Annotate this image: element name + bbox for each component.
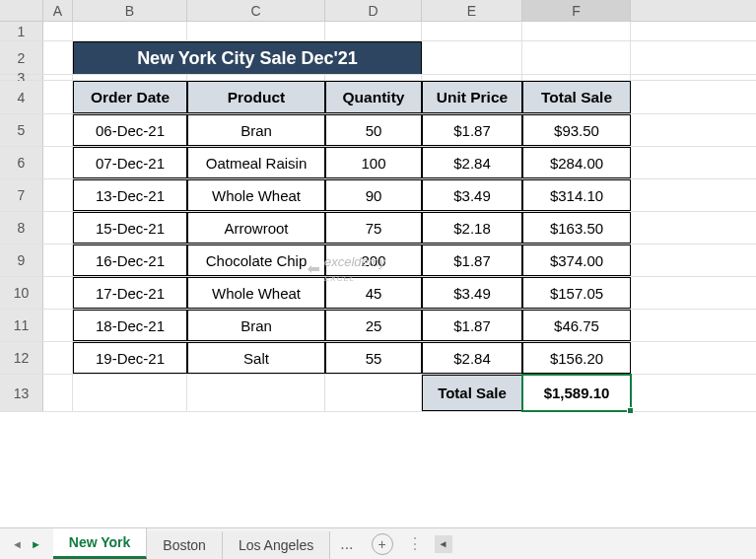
- cell-price[interactable]: $1.87: [422, 114, 522, 146]
- row-header-3[interactable]: 3: [0, 75, 43, 80]
- table-row: 506-Dec-21Bran50$1.87$93.50: [0, 114, 756, 147]
- row-header-1[interactable]: 1: [0, 22, 43, 40]
- table-row: 1219-Dec-21Salt55$2.84$156.20: [0, 342, 756, 375]
- cell-date[interactable]: 13-Dec-21: [73, 179, 187, 211]
- cell-product[interactable]: Bran: [187, 114, 325, 146]
- cell-total[interactable]: $93.50: [522, 114, 631, 146]
- row-header-13[interactable]: 13: [0, 375, 43, 411]
- cell-product[interactable]: Chocolate Chip: [187, 245, 325, 276]
- col-header-A[interactable]: A: [43, 0, 73, 21]
- horizontal-scroll[interactable]: ◄: [429, 535, 756, 553]
- cell-date[interactable]: 17-Dec-21: [73, 277, 187, 309]
- row-header[interactable]: 7: [0, 179, 43, 211]
- table-row: 607-Dec-21Oatmeal Raisin100$2.84$284.00: [0, 147, 756, 179]
- row-1: 1: [0, 22, 756, 41]
- tab-nav: ◄ ►: [0, 538, 53, 550]
- col-header-F[interactable]: F: [522, 0, 631, 21]
- total-label-cell[interactable]: Total Sale: [422, 375, 522, 411]
- tab-new-york[interactable]: New York: [53, 528, 148, 559]
- cell-total[interactable]: $156.20: [522, 342, 631, 374]
- spreadsheet-grid[interactable]: A B C D E F 1 2 New York City Sale Dec'2…: [0, 0, 756, 412]
- cell-qty[interactable]: 100: [325, 147, 422, 178]
- sheet-tabs-bar: ◄ ► New York Boston Los Angeles ... + ⋮ …: [0, 527, 756, 559]
- col-header-D[interactable]: D: [325, 0, 422, 21]
- cell-price[interactable]: $2.18: [422, 212, 522, 244]
- header-order-date[interactable]: Order Date: [73, 81, 187, 113]
- cell-price[interactable]: $3.49: [422, 179, 522, 211]
- row-header[interactable]: 12: [0, 342, 43, 374]
- column-headers: A B C D E F: [0, 0, 756, 22]
- tab-next-icon[interactable]: ►: [31, 538, 41, 550]
- cell-date[interactable]: 15-Dec-21: [73, 212, 187, 244]
- cell-total[interactable]: $46.75: [522, 310, 631, 341]
- cell-date[interactable]: 16-Dec-21: [73, 245, 187, 276]
- cell-total[interactable]: $157.05: [522, 277, 631, 309]
- scroll-left-icon[interactable]: ◄: [435, 535, 452, 553]
- row-header[interactable]: 10: [0, 277, 43, 309]
- cell-qty[interactable]: 55: [325, 342, 422, 374]
- row-13: 13 Total Sale $1,589.10: [0, 375, 756, 412]
- cell-qty[interactable]: 90: [325, 179, 422, 211]
- header-quantity[interactable]: Quantity: [325, 81, 422, 113]
- row-4: 4 Order Date Product Quantity Unit Price…: [0, 81, 756, 114]
- col-header-E[interactable]: E: [422, 0, 522, 21]
- cell-total[interactable]: $374.00: [522, 245, 631, 276]
- select-all-corner[interactable]: [0, 0, 43, 21]
- cell-total[interactable]: $314.10: [522, 179, 631, 211]
- tab-add-button[interactable]: +: [372, 533, 393, 555]
- cell-total[interactable]: $163.50: [522, 212, 631, 244]
- row-2: 2 New York City Sale Dec'21: [0, 41, 756, 75]
- tab-los-angeles[interactable]: Los Angeles: [223, 531, 330, 559]
- row-header[interactable]: 5: [0, 114, 43, 146]
- row-header[interactable]: 9: [0, 245, 43, 276]
- table-row: 916-Dec-21Chocolate Chip200$1.87$374.00: [0, 245, 756, 277]
- separator: ⋮: [407, 534, 423, 553]
- tab-prev-icon[interactable]: ◄: [12, 538, 23, 550]
- table-row: 1017-Dec-21Whole Wheat45$3.49$157.05: [0, 277, 756, 310]
- cell-qty[interactable]: 25: [325, 310, 422, 341]
- cell-date[interactable]: 07-Dec-21: [73, 147, 187, 178]
- table-row: 815-Dec-21Arrowroot75$2.18$163.50: [0, 212, 756, 245]
- cell-price[interactable]: $2.84: [422, 342, 522, 374]
- cell-price[interactable]: $2.84: [422, 147, 522, 178]
- table-row: 713-Dec-21Whole Wheat90$3.49$314.10: [0, 179, 756, 212]
- tab-boston[interactable]: Boston: [147, 531, 223, 559]
- cell-qty[interactable]: 45: [325, 277, 422, 309]
- cell-date[interactable]: 06-Dec-21: [73, 114, 187, 146]
- tab-more[interactable]: ...: [330, 535, 363, 553]
- col-header-C[interactable]: C: [187, 0, 325, 21]
- tabs-list: New York Boston Los Angeles: [53, 528, 330, 559]
- cell-product[interactable]: Salt: [187, 342, 325, 374]
- cell-price[interactable]: $1.87: [422, 310, 522, 341]
- header-unit-price[interactable]: Unit Price: [422, 81, 522, 113]
- cell-qty[interactable]: 200: [325, 245, 422, 276]
- cell-qty[interactable]: 50: [325, 114, 422, 146]
- total-value-cell[interactable]: $1,589.10: [522, 375, 631, 411]
- cell-product[interactable]: Whole Wheat: [187, 179, 325, 211]
- cell-price[interactable]: $1.87: [422, 245, 522, 276]
- header-total-sale[interactable]: Total Sale: [522, 81, 631, 113]
- row-header[interactable]: 8: [0, 212, 43, 244]
- row-header-4[interactable]: 4: [0, 81, 43, 113]
- cell-product[interactable]: Oatmeal Raisin: [187, 147, 325, 178]
- col-header-B[interactable]: B: [73, 0, 187, 21]
- header-product[interactable]: Product: [187, 81, 325, 113]
- cell-date[interactable]: 19-Dec-21: [73, 342, 187, 374]
- cell-total[interactable]: $284.00: [522, 147, 631, 178]
- row-header[interactable]: 6: [0, 147, 43, 178]
- title-cell[interactable]: New York City Sale Dec'21: [73, 41, 422, 74]
- fill-handle[interactable]: [627, 407, 634, 414]
- cell-qty[interactable]: 75: [325, 212, 422, 244]
- table-row: 1118-Dec-21Bran25$1.87$46.75: [0, 310, 756, 342]
- row-header[interactable]: 11: [0, 310, 43, 341]
- cell-price[interactable]: $3.49: [422, 277, 522, 309]
- cell-product[interactable]: Arrowroot: [187, 212, 325, 244]
- cell-date[interactable]: 18-Dec-21: [73, 310, 187, 341]
- cell-product[interactable]: Whole Wheat: [187, 277, 325, 309]
- cell-product[interactable]: Bran: [187, 310, 325, 341]
